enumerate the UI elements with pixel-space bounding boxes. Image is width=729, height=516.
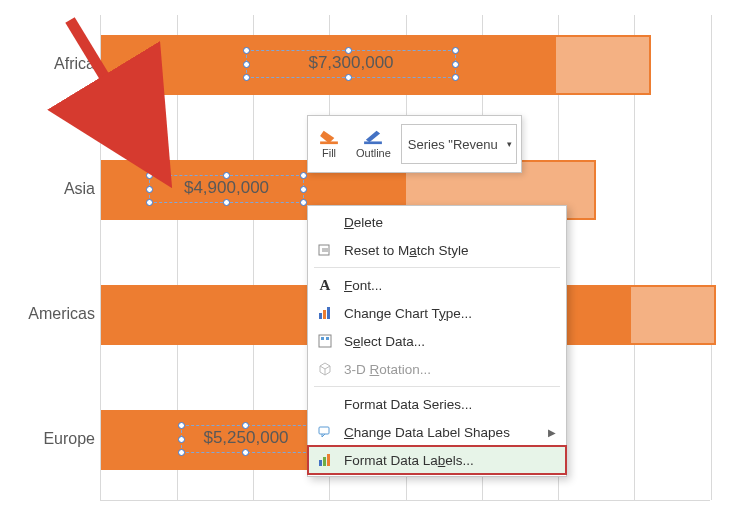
data-label-africa-text: $7,300,000 [308, 53, 393, 72]
svg-rect-12 [323, 457, 326, 466]
ctx-cdls-label: Change Data Label Shapes [344, 425, 510, 440]
axis-label-africa: Africa [10, 55, 95, 73]
ctx-reset-label: Reset to Match Style [344, 243, 469, 258]
ctx-fdl-label: Format Data Labels... [344, 453, 474, 468]
font-a-icon: A [314, 275, 336, 295]
pen-icon [362, 129, 384, 145]
select-data-icon [314, 331, 336, 351]
series-combo-text: Series "Revenu [408, 137, 498, 152]
ctx-3d-rotation: 3-D Rotation... [308, 355, 566, 383]
ctx-font[interactable]: A Font... [308, 271, 566, 299]
chart-area: $7,300,000 $4,900,000 $5,250,000 [10, 10, 720, 506]
chevron-down-icon: ▾ [507, 139, 512, 149]
svg-rect-6 [327, 307, 330, 319]
data-label-africa[interactable]: $7,300,000 [246, 50, 456, 78]
paint-bucket-icon [318, 129, 340, 145]
ctx-change-chart-type[interactable]: Change Chart Type... [308, 299, 566, 327]
outline-label: Outline [356, 147, 391, 159]
fill-label: Fill [322, 147, 336, 159]
ctx-sel-label: Select Data... [344, 334, 425, 349]
data-label-europe[interactable]: $5,250,000 [181, 425, 311, 453]
ctx-rot-label: 3-D Rotation... [344, 362, 431, 377]
ctx-format-data-labels[interactable]: Format Data Labels... [308, 446, 566, 474]
axis-label-americas: Americas [10, 305, 95, 323]
svg-rect-8 [321, 337, 324, 340]
svg-rect-2 [365, 141, 383, 144]
data-label-europe-text: $5,250,000 [203, 428, 288, 447]
ctx-change-data-label-shapes[interactable]: Change Data Label Shapes ▶ [308, 418, 566, 446]
ctx-delete[interactable]: Delete [308, 208, 566, 236]
ctx-select-data[interactable]: Select Data... [308, 327, 566, 355]
data-label-asia-text: $4,900,000 [184, 178, 269, 197]
format-labels-icon [314, 450, 336, 470]
svg-rect-13 [327, 454, 330, 466]
svg-rect-7 [319, 335, 331, 347]
svg-rect-4 [319, 313, 322, 319]
context-menu: Delete Reset to Match Style A Font... Ch… [307, 205, 567, 477]
cube-icon [314, 359, 336, 379]
chart-type-icon [314, 303, 336, 323]
ctx-delete-label: Delete [344, 215, 383, 230]
ctx-font-label: Font... [344, 278, 382, 293]
ctx-fds-label: Format Data Series... [344, 397, 472, 412]
fill-button[interactable]: Fill [310, 118, 348, 170]
svg-rect-10 [319, 427, 329, 434]
axis-label-asia: Asia [10, 180, 95, 198]
reset-icon [314, 240, 336, 260]
data-label-asia[interactable]: $4,900,000 [149, 175, 304, 203]
mini-toolbar: Fill Outline Series "Revenu ▾ [307, 115, 522, 173]
ctx-cct-label: Change Chart Type... [344, 306, 472, 321]
svg-rect-5 [323, 310, 326, 319]
ctx-reset-match-style[interactable]: Reset to Match Style [308, 236, 566, 264]
label-shape-icon [314, 422, 336, 442]
svg-rect-9 [326, 337, 329, 340]
svg-rect-1 [320, 141, 338, 144]
submenu-arrow-icon: ▶ [548, 427, 556, 438]
outline-button[interactable]: Outline [348, 118, 399, 170]
svg-rect-11 [319, 460, 322, 466]
ctx-format-data-series[interactable]: Format Data Series... [308, 390, 566, 418]
svg-rect-3 [319, 245, 329, 255]
axis-label-europe: Europe [10, 430, 95, 448]
series-combo[interactable]: Series "Revenu ▾ [401, 124, 517, 164]
